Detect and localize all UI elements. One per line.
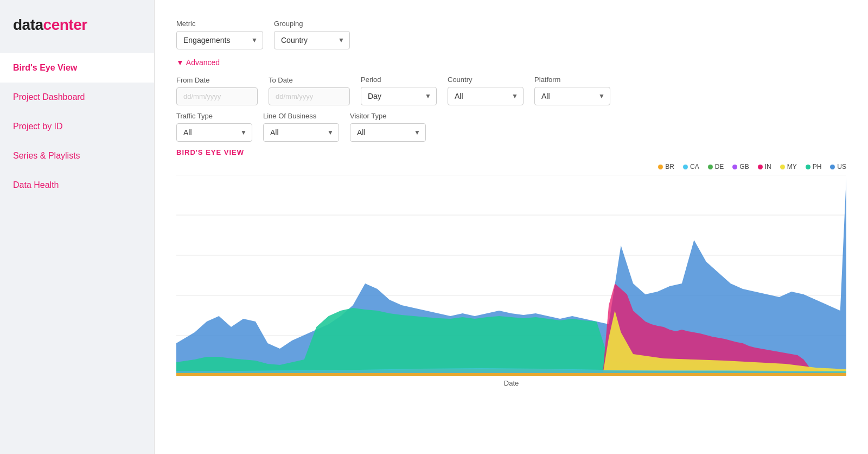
- legend-dot-gb: [732, 165, 737, 169]
- legend-dot-us: [830, 165, 835, 169]
- legend-dot-in: [758, 165, 763, 169]
- period-field: Period DayWeekMonth ▼: [361, 75, 437, 105]
- period-label: Period: [361, 75, 437, 84]
- legend-item-ph: PH: [806, 163, 822, 171]
- line-of-business-field: Line Of Business All ▼: [263, 112, 339, 142]
- from-date-input[interactable]: [176, 87, 258, 105]
- legend-item-gb: GB: [732, 163, 749, 171]
- grouping-select[interactable]: Country: [274, 31, 350, 49]
- sidebar-item-project-by-id[interactable]: Project by ID: [0, 112, 154, 141]
- traffic-type-select[interactable]: All: [176, 123, 252, 142]
- chart-legend: BRCADEGBINMYPHUS: [176, 163, 846, 171]
- legend-label-my: MY: [787, 163, 797, 171]
- chart-area: [176, 175, 846, 376]
- grouping-select-wrapper: Country ▼: [274, 31, 350, 49]
- advanced-row-1: From Date To Date Period DayWeekMonth ▼ …: [176, 75, 846, 105]
- grouping-field: Grouping Country ▼: [274, 20, 350, 49]
- legend-item-in: IN: [758, 163, 771, 171]
- from-date-label: From Date: [176, 76, 258, 84]
- platform-select[interactable]: All: [534, 87, 610, 105]
- to-date-input[interactable]: [269, 87, 350, 105]
- main-content: Metric Engagements ▼ Grouping Country ▼ …: [155, 0, 868, 454]
- advanced-toggle[interactable]: ▼ Advanced: [176, 58, 846, 67]
- legend-label-de: DE: [715, 163, 724, 171]
- metric-select-wrapper: Engagements ▼: [176, 31, 263, 49]
- sidebar-item-birds-eye-view[interactable]: Bird's Eye View: [0, 53, 154, 83]
- traffic-type-field: Traffic Type All ▼: [176, 112, 252, 142]
- platform-select-wrapper: All ▼: [534, 87, 610, 105]
- sidebar-item-series-playlists[interactable]: Series & Playlists: [0, 141, 154, 171]
- legend-item-ca: CA: [683, 163, 699, 171]
- controls-row: Metric Engagements ▼ Grouping Country ▼: [176, 20, 846, 49]
- metric-field: Metric Engagements ▼: [176, 20, 263, 49]
- advanced-label: Advanced: [186, 58, 220, 67]
- legend-dot-de: [708, 165, 713, 169]
- visitor-type-select[interactable]: All: [350, 123, 426, 142]
- traffic-type-select-wrapper: All ▼: [176, 123, 252, 142]
- grouping-label: Grouping: [274, 20, 350, 28]
- platform-label: Platform: [534, 75, 610, 84]
- country-select[interactable]: All: [448, 87, 524, 105]
- visitor-type-field: Visitor Type All ▼: [350, 112, 426, 142]
- line-of-business-select[interactable]: All: [263, 123, 339, 142]
- legend-dot-br: [658, 165, 663, 169]
- sidebar: datacenter Bird's Eye ViewProject Dashbo…: [0, 0, 155, 454]
- metric-label: Metric: [176, 20, 263, 28]
- visitor-type-select-wrapper: All ▼: [350, 123, 426, 142]
- country-field: Country All ▼: [448, 75, 524, 105]
- period-select-wrapper: DayWeekMonth ▼: [361, 87, 437, 105]
- country-select-wrapper: All ▼: [448, 87, 524, 105]
- platform-field: Platform All ▼: [534, 75, 610, 105]
- line-of-business-label: Line Of Business: [263, 112, 339, 120]
- legend-label-br: BR: [665, 163, 674, 171]
- country-label: Country: [448, 75, 524, 84]
- x-axis-label: Date: [176, 379, 846, 387]
- legend-dot-ph: [806, 165, 810, 169]
- from-date-field: From Date: [176, 76, 258, 105]
- legend-item-de: DE: [708, 163, 724, 171]
- to-date-field: To Date: [269, 76, 350, 105]
- legend-label-gb: GB: [739, 163, 749, 171]
- advanced-row-2: Traffic Type All ▼ Line Of Business All …: [176, 112, 846, 142]
- legend-item-my: MY: [780, 163, 797, 171]
- visitor-type-label: Visitor Type: [350, 112, 426, 120]
- period-select[interactable]: DayWeekMonth: [361, 87, 437, 105]
- chart-section: BIRD'S EYE VIEW BRCADEGBINMYPHUS: [176, 148, 846, 387]
- legend-item-br: BR: [658, 163, 674, 171]
- legend-label-in: IN: [765, 163, 771, 171]
- legend-label-ca: CA: [690, 163, 699, 171]
- advanced-chevron-icon: ▼: [176, 58, 184, 67]
- logo-center: center: [43, 16, 87, 33]
- legend-label-ph: PH: [813, 163, 822, 171]
- metric-select[interactable]: Engagements: [176, 31, 263, 49]
- line-of-business-select-wrapper: All ▼: [263, 123, 339, 142]
- legend-label-us: US: [837, 163, 846, 171]
- legend-dot-ca: [683, 165, 688, 169]
- logo: datacenter: [0, 16, 154, 53]
- sidebar-item-data-health[interactable]: Data Health: [0, 171, 154, 200]
- legend-dot-my: [780, 165, 785, 169]
- chart-title: BIRD'S EYE VIEW: [176, 148, 846, 156]
- traffic-type-label: Traffic Type: [176, 112, 252, 120]
- legend-item-us: US: [830, 163, 846, 171]
- sidebar-item-project-dashboard[interactable]: Project Dashboard: [0, 83, 154, 112]
- to-date-label: To Date: [269, 76, 350, 84]
- logo-data: data: [13, 16, 43, 33]
